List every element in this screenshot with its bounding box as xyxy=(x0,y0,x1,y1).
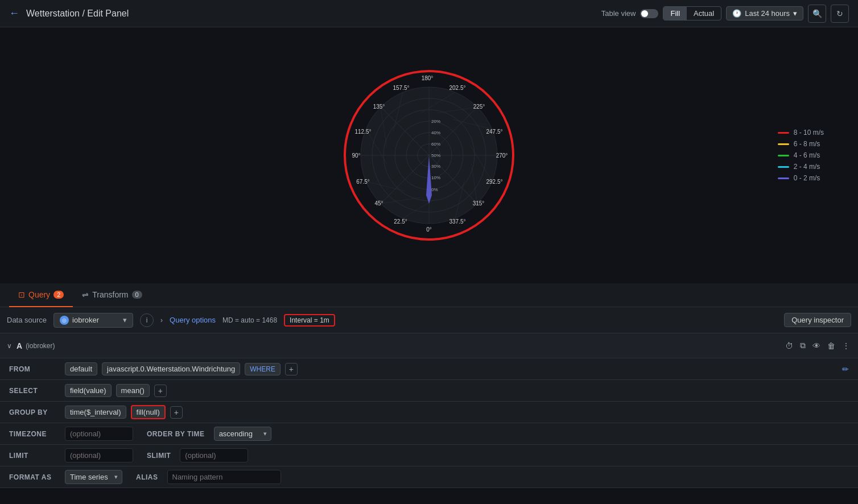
refresh-button[interactable]: ↻ xyxy=(831,5,849,23)
format-select-wrapper: Time series Table xyxy=(65,470,122,484)
query-actions: ⏱ ⧉ 👁 🗑 ⋮ xyxy=(784,340,851,352)
svg-text:50%: 50% xyxy=(431,153,440,158)
back-button[interactable]: ← xyxy=(9,7,19,19)
svg-text:292.5°: 292.5° xyxy=(486,179,502,185)
alias-input[interactable] xyxy=(167,470,281,484)
query-inspector-button[interactable]: Query inspector xyxy=(784,313,851,327)
wind-legend: 8 - 10 m/s 6 - 8 m/s 4 - 6 m/s 2 - 4 m/s… xyxy=(778,129,824,182)
svg-text:10%: 10% xyxy=(431,175,440,180)
slimit-input[interactable] xyxy=(180,448,248,462)
limit-label: LIMIT xyxy=(9,452,60,460)
format-as-select[interactable]: Time series Table xyxy=(65,470,122,484)
table-view-toggle: Table view xyxy=(601,9,659,18)
query-eye-icon[interactable]: 👁 xyxy=(811,340,822,352)
top-bar: ← Wetterstation / Edit Panel Table view … xyxy=(0,0,858,27)
from-table[interactable]: javascript.0.Wetterstation.Windrichtung xyxy=(102,362,240,375)
timezone-label: TIMEZONE xyxy=(9,430,60,438)
data-source-label: Data source xyxy=(7,316,47,324)
svg-text:22.5°: 22.5° xyxy=(394,218,407,225)
query-collapse-button[interactable]: ∨ xyxy=(7,342,12,350)
tab-query[interactable]: ⊡ Query 2 xyxy=(9,283,73,307)
group-by-fill[interactable]: fill(null) xyxy=(131,405,166,419)
legend-color-low xyxy=(778,177,789,179)
legend-color-med xyxy=(778,155,789,156)
query-options-bar: Data source ◎ iobroker ▾ i › Query optio… xyxy=(0,307,858,333)
data-source-select[interactable]: ◎ iobroker ▾ xyxy=(53,313,133,328)
datasource-icon: ◎ xyxy=(60,316,69,325)
select-row: SELECT field(value) mean() + xyxy=(0,380,858,402)
refresh-icon: ↻ xyxy=(836,9,843,18)
query-dots-icon[interactable]: ⋮ xyxy=(841,340,851,352)
fill-button[interactable]: Fill xyxy=(663,7,687,20)
actual-button[interactable]: Actual xyxy=(687,7,721,20)
from-db[interactable]: default xyxy=(65,362,97,375)
query-trash-icon[interactable]: 🗑 xyxy=(826,340,836,352)
query-letter: A xyxy=(16,341,22,350)
limit-input[interactable] xyxy=(65,448,133,462)
zoom-button[interactable]: 🔍 xyxy=(808,5,826,23)
table-view-label: Table view xyxy=(601,9,636,18)
legend-color-low-med xyxy=(778,166,789,168)
svg-text:90°: 90° xyxy=(352,152,360,159)
page-title: Wetterstation / Edit Panel xyxy=(26,9,129,19)
svg-text:45°: 45° xyxy=(374,200,383,206)
query-tab-badge: 2 xyxy=(53,291,64,299)
select-fn[interactable]: mean() xyxy=(116,384,150,397)
alias-label: ALIAS xyxy=(136,473,158,481)
svg-text:0%: 0% xyxy=(431,187,438,192)
svg-text:135°: 135° xyxy=(373,104,385,110)
transform-tab-label: Transform xyxy=(92,290,128,299)
svg-text:202.5°: 202.5° xyxy=(449,85,465,91)
interval-badge: Interval = 1m xyxy=(284,314,335,327)
legend-item: 8 - 10 m/s xyxy=(778,129,824,137)
svg-text:30%: 30% xyxy=(431,164,440,169)
svg-text:67.5°: 67.5° xyxy=(356,179,369,185)
order-by-time-select[interactable]: ascending descending xyxy=(214,427,271,441)
query-clock-icon[interactable]: ⏱ xyxy=(784,340,794,352)
query-datasource-tag: (iobroker) xyxy=(26,342,55,350)
order-select-wrapper: ascending descending xyxy=(214,427,271,441)
datasource-info-button[interactable]: i xyxy=(140,313,154,327)
wind-rose-svg: 60% 50% 40% 30% 20% 10% 0% 180° 202.5° 2… xyxy=(344,70,514,241)
legend-color-high xyxy=(778,132,789,134)
select-label: SELECT xyxy=(9,387,60,395)
visualization-area: 60% 50% 40% 30% 20% 10% 0% 180° 202.5° 2… xyxy=(0,27,858,283)
datasource-name: iobroker xyxy=(72,316,99,324)
group-by-time[interactable]: time($_interval) xyxy=(65,406,126,419)
group-by-plus-button[interactable]: + xyxy=(170,406,183,419)
table-view-switch[interactable] xyxy=(640,9,658,18)
query-md-value: MD = auto = 1468 xyxy=(222,316,277,324)
svg-text:315°: 315° xyxy=(473,200,485,206)
legend-item: 2 - 4 m/s xyxy=(778,163,824,171)
group-by-row: GROUP BY time($_interval) fill(null) + xyxy=(0,402,858,423)
time-range-button[interactable]: 🕐 Last 24 hours ▾ xyxy=(726,6,803,20)
timezone-input[interactable] xyxy=(65,427,133,441)
select-plus-button[interactable]: + xyxy=(154,385,167,397)
query-tab-icon: ⊡ xyxy=(18,290,25,299)
legend-label-low: 0 - 2 m/s xyxy=(794,174,820,182)
svg-text:270°: 270° xyxy=(496,152,508,159)
chevron-down-icon: ▾ xyxy=(793,9,797,18)
query-copy-icon[interactable]: ⧉ xyxy=(799,340,807,352)
where-button[interactable]: WHERE xyxy=(245,363,280,375)
wind-rose-chart: 60% 50% 40% 30% 20% 10% 0% 180° 202.5° 2… xyxy=(344,70,514,241)
query-options-link[interactable]: Query options xyxy=(170,316,216,324)
from-plus-button[interactable]: + xyxy=(285,363,298,375)
group-by-label: GROUP BY xyxy=(9,408,60,416)
legend-color-med-high xyxy=(778,143,789,145)
edit-icon[interactable]: ✏ xyxy=(842,365,849,374)
chevron-right-icon: › xyxy=(160,316,163,324)
format-as-label: FORMAT AS xyxy=(9,473,60,481)
svg-text:225°: 225° xyxy=(473,104,485,110)
svg-text:247.5°: 247.5° xyxy=(486,129,502,135)
svg-text:20%: 20% xyxy=(431,119,440,124)
svg-text:0°: 0° xyxy=(426,226,432,233)
legend-label-med: 4 - 6 m/s xyxy=(794,151,820,159)
transform-tab-badge: 0 xyxy=(132,291,142,299)
transform-tab-icon: ⇌ xyxy=(82,290,89,299)
tab-transform[interactable]: ⇌ Transform 0 xyxy=(73,283,151,307)
query-a-header: ∨ A (iobroker) ⏱ ⧉ 👁 🗑 ⋮ xyxy=(0,333,858,358)
zoom-icon: 🔍 xyxy=(812,9,822,18)
select-field[interactable]: field(value) xyxy=(65,384,112,397)
legend-label-med-high: 6 - 8 m/s xyxy=(794,140,820,148)
